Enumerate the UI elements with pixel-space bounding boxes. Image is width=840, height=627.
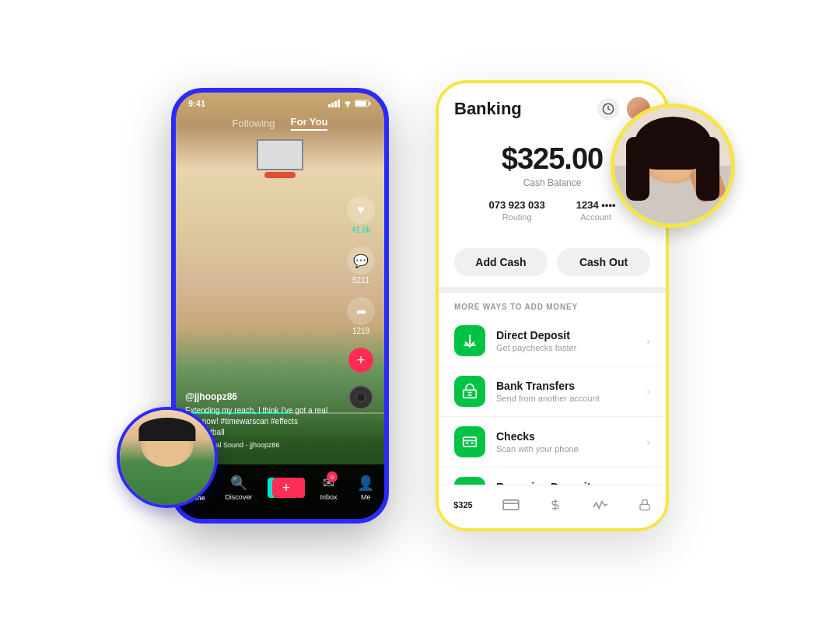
disc-icon (348, 385, 373, 410)
banking-nav-activity[interactable] (592, 499, 609, 511)
nav-me-label: Me (361, 493, 371, 501)
checks-icon (454, 426, 485, 457)
bank-transfers-title: Bank Transfers (496, 380, 646, 392)
account-label: Account (576, 212, 616, 222)
user-avatar-left (117, 407, 218, 508)
following-tab[interactable]: Following (233, 117, 275, 129)
account-field: 1234 •••• Account (576, 199, 616, 222)
shares-count: 1219 (352, 327, 369, 335)
avatar-right-image (614, 107, 731, 224)
video-username: @jjhoopz86 (185, 391, 338, 402)
signal-icon (328, 100, 341, 107)
comments-count: 5211 (352, 276, 369, 285)
avatar-left-image (120, 410, 215, 505)
svg-rect-6 (369, 102, 371, 105)
wifi-icon (343, 100, 352, 107)
checks-subtitle: Scan with your phone (496, 444, 646, 454)
routing-label: Routing (488, 212, 544, 222)
bank-transfers-chevron: › (646, 385, 650, 398)
user-avatar-right (611, 103, 735, 228)
music-disc-icon[interactable] (348, 385, 373, 410)
list-item-direct-deposit[interactable]: Direct Deposit Get paychecks faster › (439, 316, 666, 366)
direct-deposit-icon (454, 325, 485, 356)
svg-rect-11 (503, 499, 519, 509)
comment-icon-group[interactable]: 💬 5211 (347, 247, 375, 285)
status-icons (328, 100, 372, 107)
status-bar: 9:41 (176, 93, 384, 114)
inbox-badge: 9 (327, 471, 338, 482)
add-circle-icon[interactable]: + (348, 348, 373, 373)
activity-icon (592, 499, 609, 511)
battery-icon (355, 100, 372, 107)
banking-nav-lock[interactable] (639, 497, 651, 513)
inbox-icon: ✉ 9 (323, 475, 334, 492)
cash-out-button[interactable]: Cash Out (557, 248, 650, 276)
svg-rect-2 (334, 101, 337, 107)
hair (138, 418, 195, 442)
bank-transfers-icon (454, 376, 485, 407)
checks-chevron: › (646, 436, 650, 448)
banking-phone-wrapper: Banking $325.00 Cash Balance (436, 80, 669, 547)
svg-rect-7 (355, 101, 366, 106)
svg-rect-9 (464, 390, 477, 398)
direct-deposit-text: Direct Deposit Get paychecks faster (496, 329, 646, 352)
comment-icon: 💬 (347, 247, 375, 275)
nav-me-button[interactable]: 👤 Me (357, 475, 374, 501)
me-icon: 👤 (357, 475, 374, 492)
rim (264, 172, 296, 178)
svg-rect-10 (464, 437, 477, 447)
hair-top (635, 117, 711, 170)
for-you-tab[interactable]: For You (291, 116, 328, 131)
card-icon (502, 499, 520, 511)
nav-inbox-button[interactable]: ✉ 9 Inbox (320, 475, 338, 501)
status-time: 9:41 (188, 99, 205, 108)
like-icon-group[interactable]: ♥ 41.8k (347, 196, 375, 234)
svg-rect-1 (331, 103, 334, 107)
plus-icon: + (282, 480, 291, 496)
banking-nav-dollar[interactable] (549, 496, 562, 513)
tiktok-top-nav: Following For You (176, 116, 384, 131)
share-icon: ➦ (347, 297, 375, 325)
nav-balance-amount: $325 (453, 500, 472, 510)
nav-inbox-label: Inbox (320, 493, 338, 501)
direct-deposit-chevron: › (646, 335, 650, 347)
nav-discover-button[interactable]: 🔍 Discover (225, 475, 252, 501)
routing-field: 073 923 033 Routing (488, 199, 544, 222)
dollar-icon (549, 496, 562, 513)
banking-nav-balance[interactable]: $325 (453, 500, 472, 510)
discover-icon: 🔍 (230, 475, 247, 492)
section-separator (439, 287, 666, 293)
tiktok-right-icons: ♥ 41.8k 💬 5211 ➦ 1219 + (347, 196, 375, 410)
checks-text: Checks Scan with your phone (496, 430, 646, 454)
direct-deposit-title: Direct Deposit (496, 329, 646, 342)
bank-transfers-text: Bank Transfers Send from another account (496, 380, 646, 403)
nav-discover-label: Discover (225, 493, 252, 501)
svg-rect-3 (338, 100, 340, 107)
svg-point-4 (347, 105, 349, 107)
banking-nav-card[interactable] (502, 499, 520, 511)
svg-rect-14 (640, 504, 649, 510)
banking-bottom-nav: $325 (439, 485, 666, 528)
add-cash-button[interactable]: Add Cash (454, 248, 548, 276)
share-icon-group[interactable]: ➦ 1219 (347, 297, 375, 335)
banking-title: Banking (454, 99, 522, 119)
scene: 9:41 (0, 0, 840, 627)
likes-count: 41.8k (352, 226, 370, 234)
like-icon: ♥ (347, 196, 375, 224)
routing-value: 073 923 033 (488, 199, 544, 211)
banking-actions: Add Cash Cash Out (439, 237, 666, 287)
list-item-checks[interactable]: Checks Scan with your phone › (439, 417, 666, 468)
tiktok-phone-wrapper: 9:41 (171, 88, 389, 539)
list-item-bank-transfers[interactable]: Bank Transfers Send from another account… (439, 366, 666, 417)
disc-center (356, 393, 366, 402)
svg-rect-0 (328, 104, 331, 107)
create-button[interactable]: + (272, 478, 300, 498)
more-ways-heading: MORE WAYS TO ADD MONEY (439, 293, 666, 316)
add-icon: + (348, 348, 373, 373)
direct-deposit-subtitle: Get paychecks faster (496, 343, 646, 352)
lock-icon (639, 497, 651, 513)
checks-title: Checks (496, 430, 646, 443)
basketball-hoop (249, 139, 311, 178)
backboard (257, 139, 303, 170)
account-value: 1234 •••• (576, 199, 616, 211)
